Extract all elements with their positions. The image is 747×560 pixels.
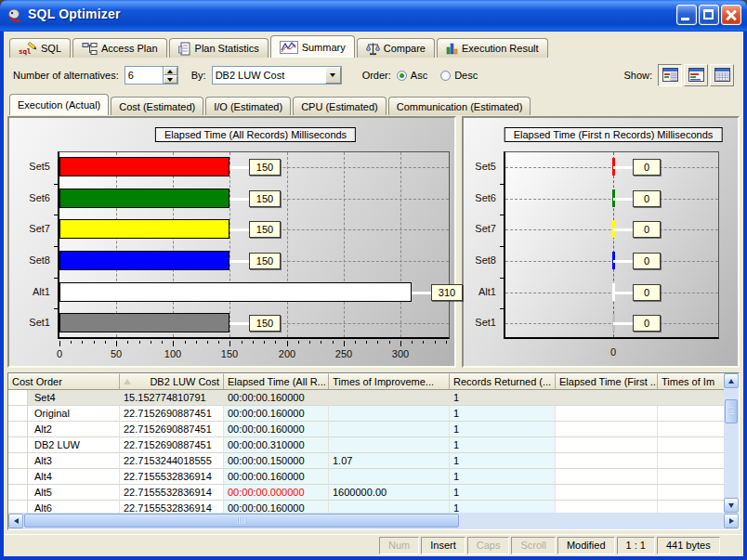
view-tab-cpu-estimated[interactable]: CPU (Estimated) — [293, 97, 387, 115]
cell[interactable]: 00:00:00.160000 — [224, 406, 329, 422]
show-chart-and-grid-button[interactable] — [658, 64, 682, 86]
cell[interactable] — [658, 501, 725, 513]
tab-compare[interactable]: Compare — [357, 38, 435, 58]
table-row-db2-luw[interactable]: DB2 LUW22.715269088745100:00:00.3100001 — [8, 437, 725, 453]
cell[interactable] — [329, 390, 450, 406]
table-horizontal-scrollbar[interactable] — [8, 513, 739, 529]
cell[interactable]: 15.152774810791 — [120, 390, 224, 406]
cell[interactable]: 1 — [450, 406, 556, 422]
cell[interactable]: 1 — [450, 485, 556, 501]
sort-by-dropdown[interactable]: DB2 LUW Cost — [212, 66, 342, 85]
view-tab-execution-actual[interactable]: Execution (Actual) — [9, 94, 109, 115]
cell[interactable]: 22.7153244018555 — [120, 453, 224, 469]
cell[interactable] — [329, 422, 450, 437]
tab-summary[interactable]: Summary — [270, 35, 355, 58]
cell[interactable]: Alt4 — [8, 469, 120, 485]
cell[interactable] — [658, 485, 725, 501]
cell[interactable] — [329, 437, 450, 453]
cell[interactable]: Original — [8, 406, 120, 422]
cell[interactable]: 22.7152690887451 — [120, 422, 224, 437]
desc-radio[interactable]: Desc — [440, 70, 478, 81]
cell[interactable]: 00:00:00.160000 — [224, 390, 329, 406]
cell[interactable]: 1 — [450, 501, 556, 513]
cell[interactable]: 1.07 — [329, 453, 450, 469]
cell[interactable] — [556, 501, 658, 513]
cell[interactable]: 1 — [450, 390, 556, 406]
view-tab-communication-estimated[interactable]: Communication (Estimated) — [388, 97, 531, 115]
table-vertical-scrollbar[interactable] — [724, 373, 739, 513]
column-header-db2-luw-cost[interactable]: DB2 LUW Cost — [120, 373, 224, 390]
alternatives-spinner[interactable]: 6 — [124, 66, 178, 85]
tab-plan-statistics[interactable]: Plan Statistics — [169, 38, 269, 58]
cell[interactable] — [556, 453, 658, 469]
table-row-alt6[interactable]: Alt622.715553283691400:00:00.1600001 — [8, 501, 725, 513]
scroll-right-button[interactable] — [724, 514, 739, 528]
scroll-left-button[interactable] — [8, 514, 23, 528]
dropdown-arrow-icon[interactable] — [325, 67, 341, 84]
column-header-elapsed-time-first[interactable]: Elapsed Time (First ... — [556, 373, 658, 390]
cell[interactable]: 1 — [450, 469, 556, 485]
view-tab-i-o-estimated[interactable]: I/O (Estimated) — [205, 97, 291, 115]
cell[interactable] — [556, 469, 658, 485]
alternatives-value[interactable]: 6 — [125, 67, 163, 84]
cell[interactable]: 00:00:00.160000 — [224, 422, 329, 437]
cell[interactable]: 1 — [450, 453, 556, 469]
tab-access-plan[interactable]: Access Plan — [72, 38, 167, 58]
radio-unchecked-icon[interactable] — [440, 71, 451, 81]
show-chart-button[interactable] — [684, 64, 708, 86]
cell[interactable] — [658, 437, 725, 453]
table-row-alt4[interactable]: Alt422.715553283691400:00:00.1600001 — [8, 469, 725, 485]
cell[interactable] — [556, 485, 658, 501]
show-grid-button[interactable] — [710, 64, 734, 86]
cell[interactable]: Alt2 — [8, 422, 120, 437]
cell[interactable]: 22.7155532836914 — [120, 501, 224, 513]
vertical-scroll-thumb[interactable] — [725, 399, 738, 423]
cell[interactable] — [658, 469, 725, 485]
cell[interactable]: 22.7155532836914 — [120, 469, 224, 485]
cell[interactable]: 00:00:00.160000 — [224, 501, 329, 513]
cell[interactable] — [556, 390, 658, 406]
cell[interactable]: Set4 — [8, 390, 120, 406]
cell[interactable]: Alt5 — [8, 485, 120, 501]
horizontal-scroll-thumb[interactable] — [24, 514, 459, 527]
table-row-alt2[interactable]: Alt222.715269088745100:00:00.1600001 — [8, 422, 725, 437]
cell[interactable]: 1 — [450, 437, 556, 453]
radio-checked-icon[interactable] — [397, 71, 407, 81]
cell[interactable]: 1600000.00 — [329, 485, 450, 501]
cell[interactable] — [329, 406, 450, 422]
cell[interactable]: 00:00:00.150000 — [224, 453, 329, 469]
asc-radio[interactable]: Asc — [397, 70, 427, 81]
column-header-times-of-im[interactable]: Times of Im — [658, 373, 725, 390]
table-row-alt3[interactable]: Alt322.715324401855500:00:00.1500001.071 — [8, 453, 725, 469]
cell[interactable] — [658, 453, 725, 469]
column-header-cost-order[interactable]: Cost Order — [8, 373, 120, 390]
cell[interactable]: 00:00:00.310000 — [224, 437, 329, 453]
scroll-up-button[interactable] — [724, 373, 739, 388]
cell[interactable] — [556, 406, 658, 422]
scroll-down-button[interactable] — [724, 498, 739, 513]
table-row-set4[interactable]: Set415.15277481079100:00:00.1600001 — [8, 390, 725, 406]
spinner-up-icon[interactable] — [164, 67, 177, 75]
cell[interactable]: 22.7152690887451 — [120, 406, 224, 422]
tab-execution-result[interactable]: Execution Result — [437, 38, 548, 58]
cell[interactable] — [658, 390, 725, 406]
table-row-alt5[interactable]: Alt522.715553283691400:00:00.00000016000… — [8, 485, 725, 501]
cell[interactable] — [556, 422, 658, 437]
maximize-button[interactable] — [699, 5, 719, 25]
cell[interactable]: 00:00:00.000000 — [224, 485, 329, 501]
cell[interactable]: 00:00:00.160000 — [224, 469, 329, 485]
table-row-original[interactable]: Original22.715269088745100:00:00.1600001 — [8, 406, 725, 422]
cell[interactable] — [658, 422, 725, 437]
cell[interactable]: DB2 LUW — [8, 437, 120, 453]
cell[interactable] — [658, 406, 725, 422]
view-tab-cost-estimated[interactable]: Cost (Estimated) — [111, 97, 203, 115]
minimize-button[interactable] — [676, 5, 697, 25]
spinner-down-icon[interactable] — [164, 75, 177, 84]
cell[interactable] — [329, 501, 450, 513]
cell[interactable] — [556, 437, 658, 453]
tab-sql[interactable]: sqlSQL — [9, 38, 71, 58]
column-header-elapsed-time-all-r[interactable]: Elapsed Time (All R... — [224, 373, 329, 390]
cell[interactable]: 22.7155532836914 — [120, 485, 224, 501]
cell[interactable] — [329, 469, 450, 485]
titlebar[interactable]: SQL Optimizer — [0, 0, 747, 32]
